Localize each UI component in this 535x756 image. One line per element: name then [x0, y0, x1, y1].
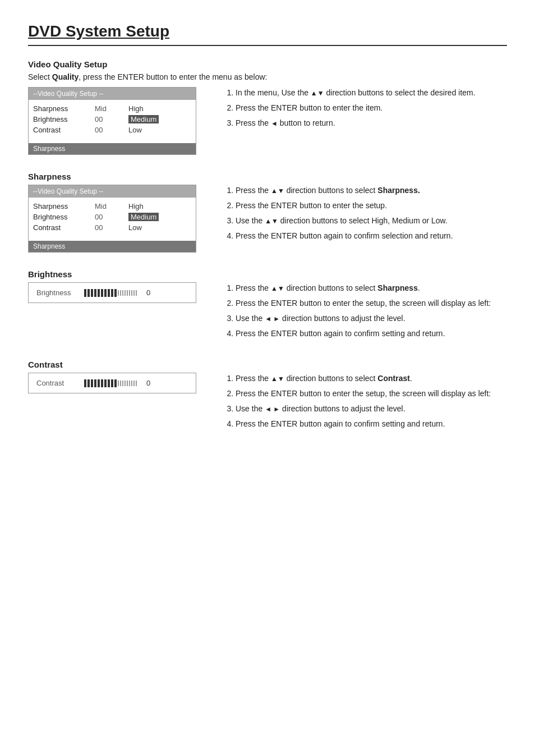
sharpness-menu-body: Sharpness Mid High Brightness 00 Medium …	[29, 198, 196, 236]
bar-segment-thin	[124, 290, 126, 296]
brightness-two-col: Brightness	[28, 282, 507, 343]
row3-col3: Low	[128, 223, 142, 232]
list-item: Use the ◄ ► direction buttons to adjust …	[236, 313, 507, 324]
up-down-arrow-icon: ▲▼	[271, 285, 284, 292]
up-down-arrow-icon: ▲▼	[265, 217, 278, 225]
sharpness-menu-footer: Sharpness	[29, 241, 196, 252]
bar-segment-thin	[127, 381, 128, 386]
row3-col3: Low	[128, 126, 142, 134]
bar-segment-thin	[133, 381, 135, 386]
row3-col1: Contrast	[33, 223, 84, 232]
sharpness-bold: Sharpness	[377, 283, 418, 292]
contrast-slider-value: 0	[146, 379, 150, 387]
table-row: Contrast 00 Low	[33, 222, 191, 233]
bar-segment-thin	[136, 290, 137, 296]
video-quality-setup-intro: Select Quality, press the ENTER button t…	[28, 72, 507, 81]
left-right-arrow-icon: ◄ ►	[265, 405, 280, 413]
brightness-right: Press the ▲▼ direction buttons to select…	[224, 282, 507, 343]
bar-segment	[87, 289, 90, 297]
page-title: DVD System Setup	[28, 22, 507, 46]
brightness-slider-value: 0	[146, 288, 150, 297]
video-quality-right: In the menu, Use the ▲▼ direction button…	[224, 87, 507, 132]
sharpness-title: Sharpness	[28, 172, 507, 181]
video-quality-setup-section: Video Quality Setup Select Quality, pres…	[28, 59, 507, 155]
table-row: Sharpness Mid High	[33, 201, 191, 212]
bar-segment-thin	[131, 290, 132, 296]
bar-segment	[94, 289, 96, 297]
bar-segment	[84, 289, 86, 297]
bar-segment	[104, 289, 107, 297]
list-item: Press the ENTER button to enter the setu…	[236, 388, 507, 400]
list-item: Use the ▲▼ direction buttons to select H…	[236, 215, 507, 227]
video-quality-menu-footer: Sharpness	[29, 143, 196, 154]
list-item: Press the ENTER button to enter the setu…	[236, 200, 507, 212]
row2-col2: 00	[95, 115, 117, 123]
bar-segment	[94, 379, 96, 387]
bar-segment	[114, 289, 117, 297]
up-down-arrow-icon: ▲▼	[271, 375, 284, 383]
sharpness-menu-header: --Video Quality Setup --	[29, 185, 196, 198]
row3-col2: 00	[95, 223, 117, 232]
row2-col1: Brightness	[33, 115, 84, 123]
bar-segment	[108, 379, 110, 387]
bar-segment	[111, 289, 113, 297]
row1-col2: Mid	[95, 104, 117, 113]
contrast-steps: Press the ▲▼ direction buttons to select…	[224, 373, 507, 430]
brightness-section: Brightness Brightness	[28, 269, 507, 343]
contrast-slider-box: Contrast	[28, 373, 196, 393]
bar-segment-thin	[120, 381, 121, 386]
list-item: Press the ENTER button again to confirm …	[236, 230, 507, 242]
bar-segment-thin	[133, 290, 135, 296]
bar-segment-thin	[120, 290, 121, 296]
bar-segment	[98, 379, 100, 387]
list-item: Press the ENTER button to enter the setu…	[236, 297, 507, 309]
bar-segment-thin	[129, 381, 130, 386]
up-down-arrow-icon: ▲▼	[271, 187, 284, 195]
bar-segment-thin	[124, 381, 126, 386]
brightness-left: Brightness	[28, 282, 207, 303]
contrast-bold: Contrast	[377, 374, 410, 383]
quality-bold: Quality	[52, 72, 79, 81]
list-item: Press the ENTER button again to confirm …	[236, 418, 507, 430]
brightness-title: Brightness	[28, 269, 507, 279]
row2-col3-highlight: Medium	[128, 213, 159, 221]
table-row: Brightness 00 Medium	[33, 212, 191, 222]
row2-col1: Brightness	[33, 213, 84, 221]
list-item: Press the ENTER button to enter the item…	[236, 102, 507, 114]
sharpness-section: Sharpness --Video Quality Setup -- Sharp…	[28, 172, 507, 253]
bar-segment-thin	[122, 290, 123, 296]
bar-segment	[114, 379, 117, 387]
bar-segment-thin	[118, 381, 119, 386]
brightness-slider-bar	[84, 289, 137, 297]
bar-segment	[98, 289, 100, 297]
row1-col1: Sharpness	[33, 104, 84, 113]
video-quality-steps: In the menu, Use the ▲▼ direction button…	[224, 87, 507, 129]
up-down-arrow-icon: ▲▼	[311, 89, 324, 97]
table-row: Brightness 00 Medium	[33, 114, 191, 125]
brightness-steps: Press the ▲▼ direction buttons to select…	[224, 282, 507, 340]
contrast-left: Contrast	[28, 373, 207, 393]
list-item: In the menu, Use the ▲▼ direction button…	[236, 87, 507, 99]
table-row: Contrast 00 Low	[33, 125, 191, 135]
sharpness-steps: Press the ▲▼ direction buttons to select…	[224, 185, 507, 242]
bar-segment-thin	[131, 381, 132, 386]
bar-segment	[111, 379, 113, 387]
list-item: Press the ▲▼ direction buttons to select…	[236, 373, 507, 384]
bar-segment	[84, 379, 86, 387]
brightness-slider-label: Brightness	[36, 288, 79, 297]
table-row: Sharpness Mid High	[33, 103, 191, 114]
sharpness-menu-box: --Video Quality Setup -- Sharpness Mid H…	[28, 185, 196, 253]
row1-col1: Sharpness	[33, 202, 84, 210]
row1-col2: Mid	[95, 202, 117, 210]
list-item: Press the ◄ button to return.	[236, 117, 507, 129]
row2-col3-highlight: Medium	[128, 115, 159, 123]
contrast-title: Contrast	[28, 360, 507, 369]
video-quality-menu-header: --Video Quality Setup --	[29, 88, 196, 100]
list-item: Use the ◄ ► direction buttons to adjust …	[236, 403, 507, 415]
list-item: Press the ▲▼ direction buttons to select…	[236, 282, 507, 294]
sharpness-right: Press the ▲▼ direction buttons to select…	[224, 185, 507, 245]
video-quality-two-col: --Video Quality Setup -- Sharpness Mid H…	[28, 87, 507, 155]
contrast-slider-bar	[84, 379, 137, 387]
bar-segment-thin	[127, 290, 128, 296]
bar-segment	[91, 289, 93, 297]
